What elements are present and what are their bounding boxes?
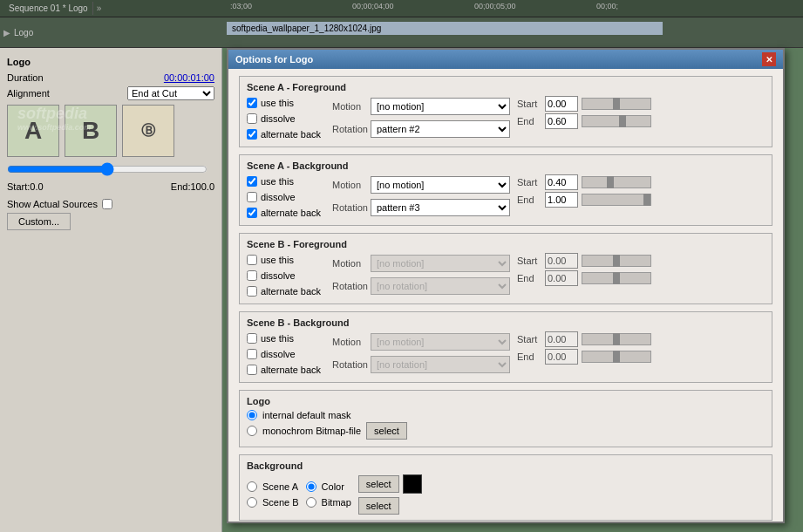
dissolve-label-afg: dissolve	[261, 113, 296, 124]
timeline-header: Sequence 01 * Logo » :03;00 00;00;04;00 …	[0, 0, 803, 17]
scene-a-bg-section: Scene A - Background use this dissolve a…	[239, 154, 772, 226]
custom-button[interactable]: Custom...	[7, 213, 71, 230]
scene-b-fg-dropdowns: Motion [no motion] Rotation [no rotation…	[332, 253, 510, 297]
color-radio[interactable]	[306, 481, 316, 492]
end-label-abg: End	[517, 194, 541, 205]
rotation-row-abg: Rotation pattern #3	[332, 199, 510, 216]
duration-value[interactable]: 00:00:01:00	[164, 72, 214, 83]
use-this-checkbox-afg[interactable]	[247, 98, 257, 108]
timestamps: :03;00 00;00;04;00 00;00;05;00 00;00;	[227, 0, 715, 12]
start-slider-afg[interactable]	[582, 98, 651, 110]
color-swatch[interactable]	[403, 474, 422, 494]
motion-row-bbg: Motion [no motion]	[332, 333, 510, 351]
scene-a-fg-startend: Start End	[517, 96, 651, 129]
bg-buttons: select select	[358, 474, 422, 515]
internal-mask-radio[interactable]	[247, 410, 257, 420]
motion-label-bbg: Motion	[332, 337, 367, 347]
use-this-checkbox-abg[interactable]	[247, 176, 257, 187]
rotation-row-bfg: Rotation [no rotation]	[332, 277, 510, 295]
ts2: 00;00;04;00	[349, 0, 471, 12]
preview-slider[interactable]	[7, 162, 208, 176]
monochrom-radio[interactable]	[247, 426, 257, 436]
start-slider-abg[interactable]	[582, 176, 651, 188]
dissolve-checkbox-abg[interactable]	[247, 192, 257, 202]
background-options-section: Background Scene A Scene B Color	[239, 454, 772, 521]
scene-b-fg-section: Scene B - Foreground use this dissolve a…	[239, 233, 772, 304]
logo-options-title: Logo	[247, 396, 765, 406]
internal-mask-row: internal default mask	[247, 410, 765, 420]
end-slider-afg[interactable]	[582, 115, 651, 127]
altback-checkbox-abg[interactable]	[247, 208, 257, 218]
show-sources-checkbox[interactable]	[102, 199, 112, 209]
dissolve-row-afg: dissolve	[247, 113, 325, 124]
start-slider-bbg	[582, 333, 651, 345]
dissolve-checkbox-afg[interactable]	[247, 113, 257, 124]
dissolve-row-bbg: dissolve	[247, 349, 325, 359]
dialog-body: Scene A - Foreground use this dissolve a…	[228, 69, 783, 522]
background-options-title: Background	[247, 460, 765, 471]
scene-b-label: Scene B	[262, 497, 299, 508]
start-input-abg[interactable]	[545, 174, 578, 190]
altback-checkbox-afg[interactable]	[247, 129, 257, 140]
start-label-bfg: Start	[517, 256, 541, 266]
logo-section-label: Logo	[7, 55, 214, 69]
start-input-bfg	[545, 253, 578, 269]
scene-a-radio[interactable]	[247, 481, 257, 492]
start-end-row: Start: 0.0 End: 100.0	[7, 181, 214, 192]
watermark-text1: softpedia	[17, 105, 91, 123]
play-icon[interactable]: ▶	[0, 28, 14, 38]
start-slider-bfg	[582, 255, 651, 267]
dissolve-checkbox-bfg[interactable]	[247, 270, 257, 281]
bitmap-label: Bitmap	[322, 497, 351, 508]
select1-row: select	[358, 474, 422, 494]
end-slider-abg[interactable]	[582, 194, 651, 206]
scene-a-radio-row: Scene A	[247, 481, 299, 492]
dissolve-label-abg: dissolve	[261, 192, 296, 202]
double-arrow: »	[97, 3, 102, 13]
end-row-bfg: End	[517, 270, 651, 286]
bitmap-radio[interactable]	[306, 497, 316, 508]
alignment-dropdown[interactable]: End at Cut	[127, 86, 214, 100]
use-this-checkbox-bbg[interactable]	[247, 333, 257, 344]
use-this-row-bfg: use this	[247, 255, 325, 265]
motion-dropdown-abg[interactable]: [no motion]	[371, 176, 510, 194]
scene-a-bg-startend: Start End	[517, 174, 651, 208]
use-this-checkbox-bfg[interactable]	[247, 255, 257, 265]
select2-row: select	[358, 497, 422, 515]
dialog-close-button[interactable]: ✕	[762, 52, 776, 66]
rotation-row-bbg: Rotation [no rotation]	[332, 356, 510, 373]
motion-dropdown-afg[interactable]: [no motion]	[371, 98, 510, 115]
start-input-afg[interactable]	[545, 96, 578, 112]
end-input-abg[interactable]	[545, 192, 578, 208]
scene-a-bg-content: use this dissolve alternate back Motion	[247, 174, 765, 220]
use-this-label-bfg: use this	[261, 255, 294, 265]
end-row-abg: End	[517, 192, 651, 208]
scene-b-radio[interactable]	[247, 497, 257, 508]
altback-checkbox-bbg[interactable]	[247, 365, 257, 375]
dialog-titlebar: Options for Logo ✕	[228, 50, 783, 69]
scene-a-fg-section: Scene A - Foreground use this dissolve a…	[239, 76, 772, 147]
altback-checkbox-bfg[interactable]	[247, 286, 257, 297]
watermark-text2: www.softpedia.com	[17, 123, 91, 132]
monochrom-row: monochrom Bitmap-file select	[247, 422, 765, 440]
rotation-label-bfg: Rotation	[332, 281, 367, 291]
timeline-track: ▶ Logo softpedia_wallpaper_1_1280x1024.j…	[0, 17, 803, 47]
end-input-afg[interactable]	[545, 113, 578, 129]
scene-b-fg-content: use this dissolve alternate back Motion	[247, 253, 765, 298]
rotation-dropdown-afg[interactable]: pattern #2	[371, 120, 510, 138]
use-this-row-afg: use this	[247, 98, 325, 108]
show-sources-label: Show Actual Sources	[7, 199, 98, 209]
scene-b-bg-title: Scene B - Background	[247, 317, 765, 328]
sequence-label: Sequence 01 * Logo	[4, 2, 93, 15]
rotation-dropdown-abg[interactable]: pattern #3	[371, 199, 510, 216]
bg-select-button2[interactable]: select	[358, 497, 399, 515]
altback-label-bfg: alternate back	[261, 286, 321, 297]
logo-select-button[interactable]: select	[366, 422, 407, 440]
bg-select-button1[interactable]: select	[358, 475, 399, 493]
logo-track-label: Logo	[14, 28, 33, 38]
end-label-afg: End	[517, 116, 541, 126]
altback-row-abg: alternate back	[247, 208, 325, 218]
start-label-afg: Start	[517, 99, 541, 109]
rotation-label-bbg: Rotation	[332, 359, 367, 370]
dissolve-checkbox-bbg[interactable]	[247, 349, 257, 359]
